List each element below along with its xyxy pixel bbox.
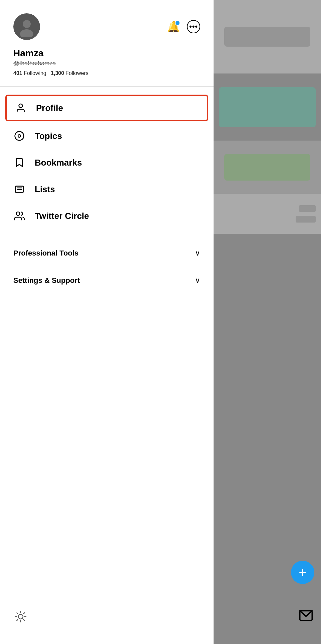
svg-line-17 (17, 620, 18, 621)
drawer-bottom (0, 599, 214, 644)
twitter-circle-label: Twitter Circle (35, 211, 89, 221)
settings-support-chevron-icon: ∨ (195, 276, 200, 285)
svg-point-9 (18, 614, 23, 619)
main-menu: Profile Topics Bookmarks (0, 90, 214, 233)
user-stats: 401 Following 1,300 Followers (13, 70, 200, 76)
following-count: 401 Following (13, 70, 49, 76)
sun-icon (15, 611, 27, 623)
more-dots-icon: ••• (189, 22, 198, 31)
bookmark-icon (13, 157, 25, 169)
header-top: 🔔 ••• (13, 13, 200, 40)
professional-tools-section[interactable]: Professional Tools ∨ (0, 240, 214, 267)
professional-tools-chevron-icon: ∨ (195, 249, 200, 258)
svg-point-0 (23, 20, 31, 28)
sidebar-item-bookmarks[interactable]: Bookmarks (0, 149, 214, 176)
svg-point-3 (15, 132, 24, 141)
user-name: Hamza (13, 48, 200, 59)
drawer-panel: 🔔 ••• Hamza @thathathamza 401 Following … (0, 0, 214, 644)
circle-icon (13, 210, 25, 222)
dm-button[interactable] (298, 607, 314, 624)
fab-plus-icon: + (299, 566, 306, 579)
sidebar-item-lists[interactable]: Lists (0, 176, 214, 203)
list-icon (13, 183, 25, 195)
sidebar-item-topics[interactable]: Topics (0, 123, 214, 149)
svg-line-15 (24, 620, 25, 621)
person-icon (15, 102, 27, 114)
envelope-icon (299, 608, 313, 623)
theme-toggle-button[interactable] (13, 609, 28, 624)
bg-content: + (214, 0, 321, 644)
svg-line-16 (24, 613, 25, 614)
background-panel: + (214, 0, 321, 644)
svg-point-4 (18, 135, 21, 137)
svg-point-2 (19, 104, 23, 108)
topics-icon (13, 130, 25, 142)
followers-count: 1,300 Followers (51, 70, 88, 76)
sidebar-item-profile[interactable]: Profile (5, 95, 208, 121)
svg-point-8 (16, 212, 20, 216)
svg-point-1 (20, 29, 33, 37)
settings-support-section[interactable]: Settings & Support ∨ (0, 267, 214, 294)
user-handle: @thathathamza (13, 60, 200, 67)
header-divider (0, 86, 214, 87)
bookmarks-label: Bookmarks (35, 158, 82, 168)
avatar-image (17, 17, 37, 37)
lists-label: Lists (35, 184, 55, 195)
menu-divider (0, 236, 214, 236)
notification-dot (175, 20, 180, 26)
more-button[interactable]: ••• (187, 20, 200, 33)
topics-label: Topics (35, 131, 62, 141)
sidebar-item-twitter-circle[interactable]: Twitter Circle (0, 203, 214, 229)
notification-button[interactable]: 🔔 (167, 20, 180, 33)
header-icons: 🔔 ••• (167, 20, 200, 33)
drawer-header: 🔔 ••• Hamza @thathathamza 401 Following … (0, 0, 214, 83)
professional-tools-label: Professional Tools (13, 249, 78, 258)
settings-support-label: Settings & Support (13, 276, 80, 285)
svg-line-14 (17, 613, 18, 614)
avatar[interactable] (13, 13, 40, 40)
fab-compose-button[interactable]: + (291, 561, 314, 584)
profile-label: Profile (36, 103, 63, 113)
